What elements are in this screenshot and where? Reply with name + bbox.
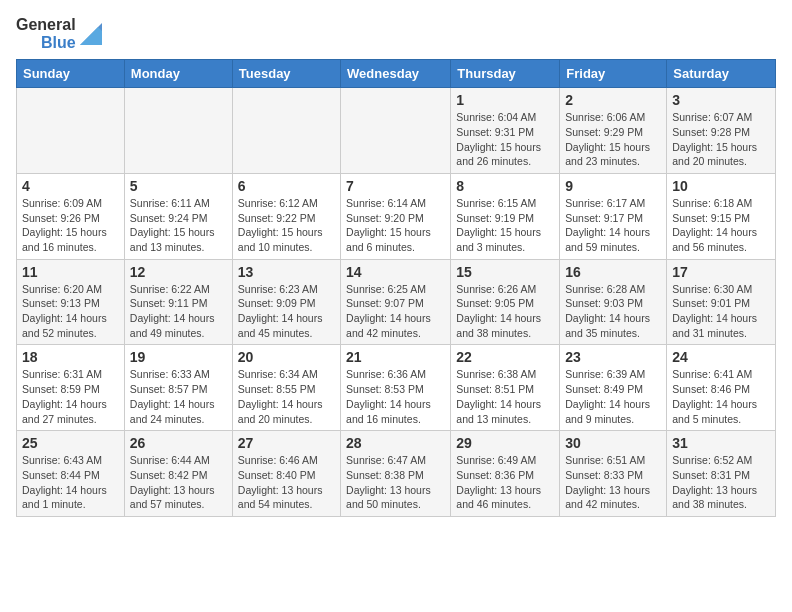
day-cell: 20Sunrise: 6:34 AMSunset: 8:55 PMDayligh… bbox=[232, 345, 340, 431]
day-info: Sunrise: 6:15 AMSunset: 9:19 PMDaylight:… bbox=[456, 196, 554, 255]
day-cell: 5Sunrise: 6:11 AMSunset: 9:24 PMDaylight… bbox=[124, 173, 232, 259]
col-header-friday: Friday bbox=[560, 60, 667, 88]
day-cell: 15Sunrise: 6:26 AMSunset: 9:05 PMDayligh… bbox=[451, 259, 560, 345]
day-info: Sunrise: 6:06 AMSunset: 9:29 PMDaylight:… bbox=[565, 110, 661, 169]
day-cell: 28Sunrise: 6:47 AMSunset: 8:38 PMDayligh… bbox=[341, 431, 451, 517]
day-cell: 8Sunrise: 6:15 AMSunset: 9:19 PMDaylight… bbox=[451, 173, 560, 259]
day-cell: 18Sunrise: 6:31 AMSunset: 8:59 PMDayligh… bbox=[17, 345, 125, 431]
day-info: Sunrise: 6:20 AMSunset: 9:13 PMDaylight:… bbox=[22, 282, 119, 341]
week-row-5: 25Sunrise: 6:43 AMSunset: 8:44 PMDayligh… bbox=[17, 431, 776, 517]
day-number: 2 bbox=[565, 92, 661, 108]
day-cell: 10Sunrise: 6:18 AMSunset: 9:15 PMDayligh… bbox=[667, 173, 776, 259]
col-header-saturday: Saturday bbox=[667, 60, 776, 88]
day-cell: 2Sunrise: 6:06 AMSunset: 9:29 PMDaylight… bbox=[560, 88, 667, 174]
day-number: 11 bbox=[22, 264, 119, 280]
day-info: Sunrise: 6:43 AMSunset: 8:44 PMDaylight:… bbox=[22, 453, 119, 512]
day-number: 22 bbox=[456, 349, 554, 365]
day-number: 17 bbox=[672, 264, 770, 280]
day-cell bbox=[341, 88, 451, 174]
day-info: Sunrise: 6:12 AMSunset: 9:22 PMDaylight:… bbox=[238, 196, 335, 255]
day-info: Sunrise: 6:04 AMSunset: 9:31 PMDaylight:… bbox=[456, 110, 554, 169]
day-info: Sunrise: 6:49 AMSunset: 8:36 PMDaylight:… bbox=[456, 453, 554, 512]
day-number: 24 bbox=[672, 349, 770, 365]
day-info: Sunrise: 6:18 AMSunset: 9:15 PMDaylight:… bbox=[672, 196, 770, 255]
day-number: 13 bbox=[238, 264, 335, 280]
week-row-4: 18Sunrise: 6:31 AMSunset: 8:59 PMDayligh… bbox=[17, 345, 776, 431]
day-info: Sunrise: 6:11 AMSunset: 9:24 PMDaylight:… bbox=[130, 196, 227, 255]
day-number: 28 bbox=[346, 435, 445, 451]
day-number: 16 bbox=[565, 264, 661, 280]
day-info: Sunrise: 6:31 AMSunset: 8:59 PMDaylight:… bbox=[22, 367, 119, 426]
day-cell bbox=[124, 88, 232, 174]
day-number: 18 bbox=[22, 349, 119, 365]
day-cell: 31Sunrise: 6:52 AMSunset: 8:31 PMDayligh… bbox=[667, 431, 776, 517]
day-info: Sunrise: 6:28 AMSunset: 9:03 PMDaylight:… bbox=[565, 282, 661, 341]
day-cell bbox=[17, 88, 125, 174]
day-cell bbox=[232, 88, 340, 174]
day-cell: 11Sunrise: 6:20 AMSunset: 9:13 PMDayligh… bbox=[17, 259, 125, 345]
day-number: 6 bbox=[238, 178, 335, 194]
day-number: 10 bbox=[672, 178, 770, 194]
day-number: 14 bbox=[346, 264, 445, 280]
day-info: Sunrise: 6:46 AMSunset: 8:40 PMDaylight:… bbox=[238, 453, 335, 512]
day-info: Sunrise: 6:22 AMSunset: 9:11 PMDaylight:… bbox=[130, 282, 227, 341]
day-cell: 13Sunrise: 6:23 AMSunset: 9:09 PMDayligh… bbox=[232, 259, 340, 345]
day-cell: 3Sunrise: 6:07 AMSunset: 9:28 PMDaylight… bbox=[667, 88, 776, 174]
day-number: 29 bbox=[456, 435, 554, 451]
day-number: 3 bbox=[672, 92, 770, 108]
col-header-thursday: Thursday bbox=[451, 60, 560, 88]
day-info: Sunrise: 6:23 AMSunset: 9:09 PMDaylight:… bbox=[238, 282, 335, 341]
day-info: Sunrise: 6:51 AMSunset: 8:33 PMDaylight:… bbox=[565, 453, 661, 512]
logo-text: General Blue bbox=[16, 16, 102, 51]
day-cell: 1Sunrise: 6:04 AMSunset: 9:31 PMDaylight… bbox=[451, 88, 560, 174]
day-number: 15 bbox=[456, 264, 554, 280]
col-header-sunday: Sunday bbox=[17, 60, 125, 88]
day-info: Sunrise: 6:26 AMSunset: 9:05 PMDaylight:… bbox=[456, 282, 554, 341]
day-cell: 25Sunrise: 6:43 AMSunset: 8:44 PMDayligh… bbox=[17, 431, 125, 517]
day-cell: 14Sunrise: 6:25 AMSunset: 9:07 PMDayligh… bbox=[341, 259, 451, 345]
day-cell: 9Sunrise: 6:17 AMSunset: 9:17 PMDaylight… bbox=[560, 173, 667, 259]
calendar-header-row: SundayMondayTuesdayWednesdayThursdayFrid… bbox=[17, 60, 776, 88]
day-number: 5 bbox=[130, 178, 227, 194]
day-number: 27 bbox=[238, 435, 335, 451]
day-info: Sunrise: 6:09 AMSunset: 9:26 PMDaylight:… bbox=[22, 196, 119, 255]
page-header: General Blue bbox=[16, 16, 776, 51]
day-info: Sunrise: 6:14 AMSunset: 9:20 PMDaylight:… bbox=[346, 196, 445, 255]
week-row-2: 4Sunrise: 6:09 AMSunset: 9:26 PMDaylight… bbox=[17, 173, 776, 259]
day-cell: 23Sunrise: 6:39 AMSunset: 8:49 PMDayligh… bbox=[560, 345, 667, 431]
day-cell: 17Sunrise: 6:30 AMSunset: 9:01 PMDayligh… bbox=[667, 259, 776, 345]
day-number: 21 bbox=[346, 349, 445, 365]
day-cell: 24Sunrise: 6:41 AMSunset: 8:46 PMDayligh… bbox=[667, 345, 776, 431]
day-number: 20 bbox=[238, 349, 335, 365]
day-info: Sunrise: 6:52 AMSunset: 8:31 PMDaylight:… bbox=[672, 453, 770, 512]
week-row-1: 1Sunrise: 6:04 AMSunset: 9:31 PMDaylight… bbox=[17, 88, 776, 174]
day-cell: 21Sunrise: 6:36 AMSunset: 8:53 PMDayligh… bbox=[341, 345, 451, 431]
day-info: Sunrise: 6:41 AMSunset: 8:46 PMDaylight:… bbox=[672, 367, 770, 426]
day-number: 30 bbox=[565, 435, 661, 451]
week-row-3: 11Sunrise: 6:20 AMSunset: 9:13 PMDayligh… bbox=[17, 259, 776, 345]
day-number: 12 bbox=[130, 264, 227, 280]
day-number: 1 bbox=[456, 92, 554, 108]
day-cell: 12Sunrise: 6:22 AMSunset: 9:11 PMDayligh… bbox=[124, 259, 232, 345]
day-cell: 27Sunrise: 6:46 AMSunset: 8:40 PMDayligh… bbox=[232, 431, 340, 517]
day-info: Sunrise: 6:36 AMSunset: 8:53 PMDaylight:… bbox=[346, 367, 445, 426]
logo: General Blue bbox=[16, 16, 102, 51]
logo-triangle-icon bbox=[80, 23, 102, 45]
col-header-wednesday: Wednesday bbox=[341, 60, 451, 88]
day-info: Sunrise: 6:17 AMSunset: 9:17 PMDaylight:… bbox=[565, 196, 661, 255]
day-info: Sunrise: 6:47 AMSunset: 8:38 PMDaylight:… bbox=[346, 453, 445, 512]
day-info: Sunrise: 6:25 AMSunset: 9:07 PMDaylight:… bbox=[346, 282, 445, 341]
day-number: 4 bbox=[22, 178, 119, 194]
day-info: Sunrise: 6:39 AMSunset: 8:49 PMDaylight:… bbox=[565, 367, 661, 426]
day-cell: 26Sunrise: 6:44 AMSunset: 8:42 PMDayligh… bbox=[124, 431, 232, 517]
day-cell: 19Sunrise: 6:33 AMSunset: 8:57 PMDayligh… bbox=[124, 345, 232, 431]
day-number: 19 bbox=[130, 349, 227, 365]
day-number: 25 bbox=[22, 435, 119, 451]
day-number: 9 bbox=[565, 178, 661, 194]
day-cell: 7Sunrise: 6:14 AMSunset: 9:20 PMDaylight… bbox=[341, 173, 451, 259]
col-header-tuesday: Tuesday bbox=[232, 60, 340, 88]
day-info: Sunrise: 6:38 AMSunset: 8:51 PMDaylight:… bbox=[456, 367, 554, 426]
day-cell: 6Sunrise: 6:12 AMSunset: 9:22 PMDaylight… bbox=[232, 173, 340, 259]
day-info: Sunrise: 6:34 AMSunset: 8:55 PMDaylight:… bbox=[238, 367, 335, 426]
svg-marker-1 bbox=[80, 27, 102, 45]
